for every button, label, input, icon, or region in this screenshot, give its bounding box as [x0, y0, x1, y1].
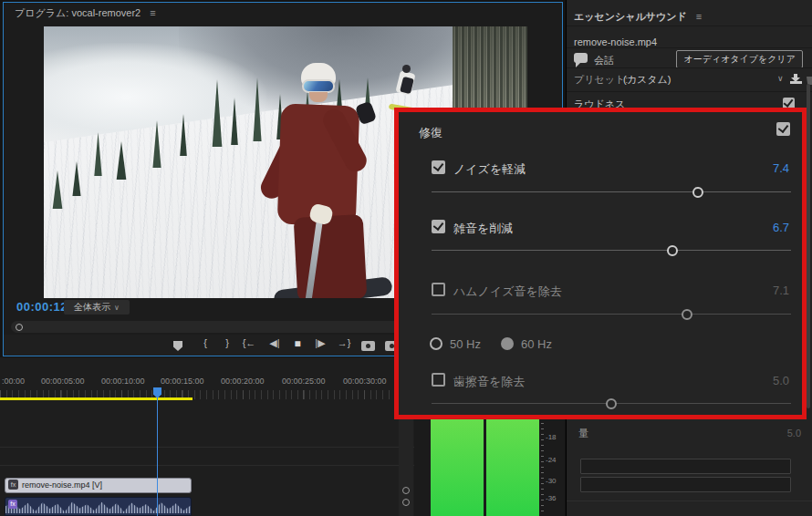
clip-label: remove-noise.mp4 [V] [22, 480, 102, 490]
reduce-rumble-value[interactable]: 6.7 [773, 221, 789, 234]
dehum-checkbox[interactable] [432, 283, 445, 296]
deess-slider[interactable] [432, 397, 791, 409]
reduce-noise-checkbox[interactable] [432, 160, 445, 174]
scrubber-playhead-knob[interactable] [16, 324, 23, 331]
hum-60hz-label: 60 Hz [521, 337, 552, 351]
add-marker-icon[interactable] [173, 341, 182, 351]
rider-goggles [302, 79, 335, 93]
deess-checkbox[interactable] [432, 373, 445, 387]
track-divider [0, 447, 414, 448]
ruler-label: 00:00:10:00 [101, 377, 145, 386]
meter-scale-label: -30 [546, 477, 557, 485]
panel-menu-icon[interactable]: ≡ [150, 7, 155, 18]
deess-value[interactable]: 5.0 [773, 374, 789, 387]
save-preset-icon[interactable] [790, 74, 802, 84]
ruler-label: :00:00 [2, 377, 25, 386]
audio-clip[interactable]: fx [5, 497, 192, 516]
mark-out-button[interactable]: } [217, 337, 237, 348]
dehum-label: ハムノイズ音を除去 [453, 284, 562, 300]
hum-60hz-radio[interactable] [501, 337, 514, 350]
repair-callout-box: 修復 ノイズを軽減 7.4 雑音を削減 6.7 ハムノイズ音を除去 7.1 50… [394, 108, 807, 419]
repair-section-label: 修復 [419, 125, 442, 141]
track-control-circle[interactable] [402, 499, 410, 506]
mark-in-button[interactable]: { [195, 337, 215, 348]
reduce-noise-label: ノイズを軽減 [453, 161, 526, 178]
zoom-level-dropdown[interactable]: 全体表示∨ [64, 300, 130, 315]
timeline-playhead-line[interactable] [157, 390, 158, 516]
ruler-label: 00:00:30:00 [343, 377, 387, 386]
track-divider [0, 465, 414, 466]
ruler-label: 00:00:20:00 [221, 377, 265, 386]
ruler-label: 00:00:15:00 [161, 377, 204, 386]
deess-label: 歯擦音を除去 [453, 374, 525, 390]
reduce-rumble-slider[interactable] [432, 244, 791, 256]
preset-label: プリセット: [574, 73, 628, 87]
fx-badge: fx [8, 500, 17, 509]
panel-menu-icon[interactable]: ≡ [696, 11, 702, 22]
reduce-rumble-checkbox[interactable] [432, 220, 445, 233]
render-bar-yellow [0, 397, 193, 400]
es-field-box[interactable] [580, 459, 791, 474]
clear-audio-type-button[interactable]: オーディオタイプをクリア [676, 50, 803, 68]
meter-scale-label: -36 [546, 494, 557, 502]
essential-sound-title: エッセンシャルサウンド [574, 11, 687, 22]
play-stop-button[interactable]: ■ [287, 337, 307, 350]
go-to-out-button[interactable]: →} [334, 337, 354, 348]
program-panel-header[interactable]: プログラム: vocal-remover2≡ [4, 3, 562, 23]
audio-type-label: 会話 [594, 54, 614, 67]
reduce-rumble-label: 雑音を削減 [453, 221, 513, 237]
selected-clip-name: remove-noise.mp4 [574, 36, 657, 47]
hum-50hz-label: 50 Hz [450, 337, 481, 351]
step-forward-button[interactable]: |▶ [310, 337, 330, 349]
ruler-label: 00:00:25:00 [282, 377, 326, 386]
dehum-value[interactable]: 7.1 [773, 284, 789, 297]
preset-row: プリセット: (カスタム) ∨ [567, 73, 812, 89]
reduce-noise-value[interactable]: 7.4 [773, 161, 789, 175]
timeline-panel: :00:00 00:00:05:00 00:00:10:00 00:00:15:… [0, 357, 414, 516]
hum-50hz-radio[interactable] [430, 337, 442, 350]
video-clip[interactable]: fxremove-noise.mp4 [V] [5, 478, 192, 493]
preset-value[interactable]: (カスタム) [623, 73, 671, 87]
rider-pants [294, 214, 368, 298]
amount-label: 量 [578, 427, 588, 440]
dialogue-bubble-icon [574, 53, 588, 63]
lift-icon[interactable] [361, 341, 375, 351]
chevron-down-icon[interactable]: ∨ [777, 74, 784, 83]
ruler-label: 00:00:05:00 [41, 377, 85, 386]
amount-value[interactable]: 5.0 [787, 428, 801, 439]
app-window: プログラム: vocal-remover2≡ [0, 0, 812, 516]
dehum-slider[interactable] [432, 308, 791, 320]
zoom-level-value: 全体表示 [74, 302, 110, 312]
amount-row: 量 5.0 [567, 427, 812, 441]
go-to-in-button[interactable]: {← [239, 337, 259, 348]
track-control-circle[interactable] [402, 487, 410, 494]
meter-scale-label: -24 [546, 456, 557, 464]
meter-scale-label: -18 [546, 433, 557, 441]
reduce-noise-slider[interactable] [432, 186, 791, 198]
essential-sound-header[interactable]: エッセンシャルサウンド≡ [567, 7, 812, 24]
es-field-box[interactable] [580, 477, 791, 492]
audio-waveform [5, 501, 191, 513]
background-rider-head [402, 65, 411, 73]
repair-checkbox[interactable] [776, 122, 790, 136]
step-back-button[interactable]: ◀| [265, 337, 285, 349]
es-panel-scrollbar[interactable] [807, 84, 810, 408]
fx-badge: fx [8, 480, 18, 490]
program-panel-title: プログラム: vocal-remover2 [15, 7, 141, 18]
chevron-down-icon: ∨ [114, 304, 120, 312]
